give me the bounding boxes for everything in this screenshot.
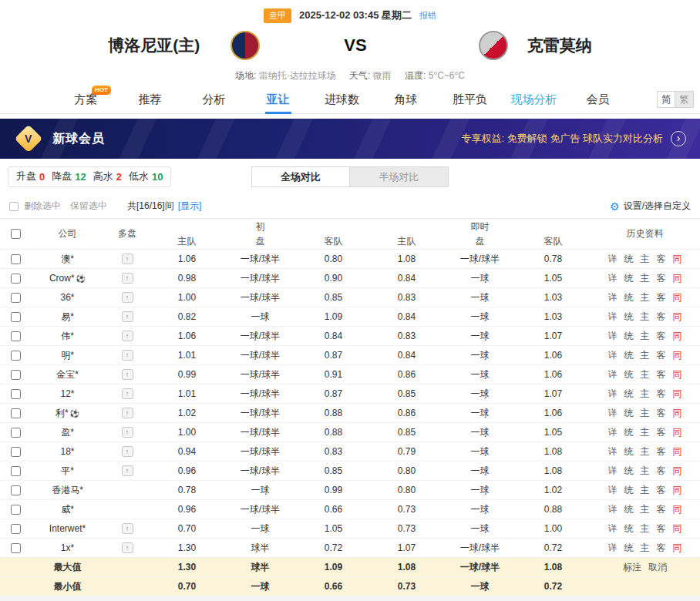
history-home-link[interactable]: 主 bbox=[641, 484, 650, 497]
company-name[interactable]: Crow* bbox=[49, 273, 75, 284]
history-away-link[interactable]: 客 bbox=[657, 445, 666, 458]
history-same-link[interactable]: 同 bbox=[673, 542, 682, 555]
company-name[interactable]: Interwet* bbox=[49, 523, 86, 534]
row-checkbox[interactable] bbox=[11, 485, 21, 495]
history-stats-link[interactable]: 统 bbox=[624, 522, 634, 536]
row-checkbox[interactable] bbox=[11, 428, 21, 438]
history-home-link[interactable]: 主 bbox=[641, 349, 650, 362]
cancel-mark-link[interactable]: 取消 bbox=[648, 561, 667, 574]
history-detail-link[interactable]: 详 bbox=[608, 503, 618, 516]
row-checkbox[interactable] bbox=[11, 370, 21, 380]
report-error-link[interactable]: 报错 bbox=[419, 10, 436, 22]
history-home-link[interactable]: 主 bbox=[641, 388, 650, 401]
history-home-link[interactable]: 主 bbox=[641, 253, 650, 266]
delete-selected-button[interactable]: 删除选中 bbox=[24, 200, 61, 213]
multi-odds-icon[interactable]: ↑ bbox=[122, 465, 133, 476]
history-detail-link[interactable]: 详 bbox=[608, 445, 618, 458]
history-same-link[interactable]: 同 bbox=[673, 291, 682, 304]
history-detail-link[interactable]: 详 bbox=[608, 272, 618, 285]
row-checkbox[interactable] bbox=[11, 543, 21, 553]
tab-corners[interactable]: 角球 bbox=[374, 85, 438, 114]
company-name[interactable]: 澳* bbox=[61, 253, 74, 266]
history-detail-link[interactable]: 详 bbox=[608, 465, 618, 478]
lang-simplified-button[interactable]: 简 bbox=[657, 91, 675, 108]
history-same-link[interactable]: 同 bbox=[673, 503, 682, 516]
multi-odds-icon[interactable]: ↑ bbox=[122, 446, 133, 457]
multi-odds-icon[interactable]: ↑ bbox=[122, 292, 133, 303]
history-same-link[interactable]: 同 bbox=[673, 388, 682, 401]
history-stats-link[interactable]: 统 bbox=[624, 368, 634, 381]
company-name[interactable]: 36* bbox=[60, 292, 74, 303]
tab-half-compare[interactable]: 半场对比 bbox=[350, 166, 449, 187]
history-stats-link[interactable]: 统 bbox=[624, 407, 634, 420]
company-name[interactable]: 18* bbox=[60, 446, 74, 457]
history-stats-link[interactable]: 统 bbox=[624, 465, 634, 478]
company-name[interactable]: 金宝* bbox=[56, 368, 79, 381]
history-home-link[interactable]: 主 bbox=[641, 407, 650, 420]
settings-button[interactable]: ⚙ 设置/选择自定义 bbox=[610, 200, 691, 213]
multi-odds-icon[interactable]: ↑ bbox=[122, 523, 133, 534]
history-stats-link[interactable]: 统 bbox=[624, 291, 634, 304]
multi-odds-icon[interactable]: ↑ bbox=[122, 388, 133, 399]
row-checkbox[interactable] bbox=[11, 447, 21, 457]
history-home-link[interactable]: 主 bbox=[641, 368, 650, 381]
tab-goals[interactable]: 进球数 bbox=[310, 85, 374, 114]
row-checkbox[interactable] bbox=[11, 524, 21, 534]
history-stats-link[interactable]: 统 bbox=[624, 445, 634, 458]
company-name[interactable]: 明* bbox=[61, 349, 74, 362]
company-name[interactable]: 威* bbox=[61, 503, 74, 516]
multi-odds-icon[interactable]: ↑ bbox=[122, 311, 133, 322]
history-home-link[interactable]: 主 bbox=[641, 542, 650, 555]
row-checkbox[interactable] bbox=[11, 408, 21, 418]
history-home-link[interactable]: 主 bbox=[641, 445, 650, 458]
history-away-link[interactable]: 客 bbox=[657, 311, 666, 324]
history-home-link[interactable]: 主 bbox=[641, 503, 650, 516]
history-detail-link[interactable]: 详 bbox=[608, 349, 618, 362]
history-same-link[interactable]: 同 bbox=[673, 330, 682, 343]
row-checkbox[interactable] bbox=[11, 389, 21, 399]
company-name[interactable]: 利* bbox=[56, 407, 69, 420]
tab-analysis[interactable]: 分析 bbox=[182, 85, 246, 114]
multi-odds-icon[interactable]: ↑ bbox=[122, 331, 133, 341]
history-away-link[interactable]: 客 bbox=[657, 503, 666, 516]
history-detail-link[interactable]: 详 bbox=[608, 330, 618, 343]
mark-link[interactable]: 标注 bbox=[623, 561, 641, 574]
history-detail-link[interactable]: 详 bbox=[608, 426, 618, 439]
company-name[interactable]: 平* bbox=[61, 465, 74, 478]
history-home-link[interactable]: 主 bbox=[641, 291, 650, 304]
row-checkbox[interactable] bbox=[11, 331, 21, 341]
history-detail-link[interactable]: 详 bbox=[608, 522, 618, 536]
history-away-link[interactable]: 客 bbox=[657, 368, 666, 381]
history-stats-link[interactable]: 统 bbox=[624, 426, 634, 439]
history-stats-link[interactable]: 统 bbox=[624, 311, 634, 324]
history-away-link[interactable]: 客 bbox=[657, 407, 666, 420]
history-detail-link[interactable]: 详 bbox=[608, 253, 618, 266]
multi-odds-icon[interactable]: ↑ bbox=[122, 408, 133, 418]
row-checkbox[interactable] bbox=[11, 274, 21, 284]
history-same-link[interactable]: 同 bbox=[673, 522, 682, 536]
chevron-right-icon[interactable]: › bbox=[671, 131, 686, 146]
tab-live-analysis[interactable]: 现场分析 bbox=[502, 85, 566, 114]
row-checkbox[interactable] bbox=[11, 293, 21, 303]
row-checkbox[interactable] bbox=[11, 351, 21, 361]
company-name[interactable]: 盈* bbox=[61, 426, 74, 439]
history-same-link[interactable]: 同 bbox=[673, 445, 682, 458]
company-name[interactable]: 香港马* bbox=[52, 484, 83, 497]
multi-odds-icon[interactable]: ↑ bbox=[122, 427, 133, 438]
history-away-link[interactable]: 客 bbox=[657, 484, 666, 497]
history-away-link[interactable]: 客 bbox=[657, 291, 666, 304]
history-stats-link[interactable]: 统 bbox=[624, 272, 634, 285]
row-checkbox[interactable] bbox=[11, 505, 21, 515]
history-same-link[interactable]: 同 bbox=[673, 253, 682, 266]
history-stats-link[interactable]: 统 bbox=[624, 253, 634, 266]
history-detail-link[interactable]: 详 bbox=[608, 542, 618, 555]
history-stats-link[interactable]: 统 bbox=[624, 503, 634, 516]
history-same-link[interactable]: 同 bbox=[673, 349, 682, 362]
company-name[interactable]: 12* bbox=[60, 388, 74, 399]
company-name[interactable]: 易* bbox=[61, 311, 74, 324]
multi-odds-icon[interactable]: ↑ bbox=[122, 542, 133, 553]
history-same-link[interactable]: 同 bbox=[673, 426, 682, 439]
history-home-link[interactable]: 主 bbox=[641, 522, 650, 536]
history-detail-link[interactable]: 详 bbox=[608, 311, 618, 324]
history-detail-link[interactable]: 详 bbox=[608, 407, 618, 420]
